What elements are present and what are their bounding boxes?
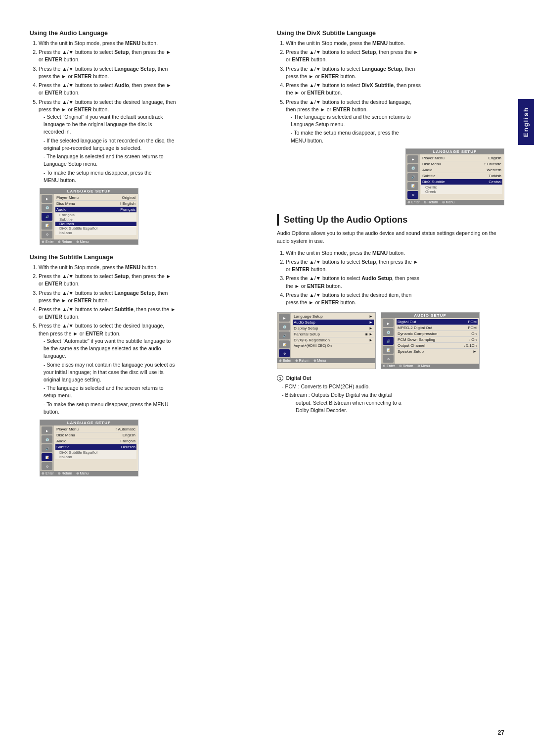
menu-row: Disc Menu↑ English <box>55 201 136 207</box>
list-item: With the unit in Stop mode, press the ME… <box>39 264 257 271</box>
subtitle-language-notes: Select "Automatic" if you want the subti… <box>39 337 257 416</box>
list-item: The language is selected and the screen … <box>44 384 257 399</box>
list-item: Some discs may not contain the language … <box>44 361 257 384</box>
menu-row-highlighted: AudioFrançais <box>55 207 136 213</box>
menu-icon: 💿 <box>279 323 290 331</box>
menu-row: AudioFrançais <box>55 438 136 444</box>
menu-row: MPEG-2 Digital OutPCM <box>397 325 478 331</box>
list-item: The language is selected and the screen … <box>44 153 257 168</box>
menu-icon: 💿 <box>407 164 418 172</box>
menu-body: ▶ 💿 🔊 📝 ⚙ Player Menu↑ Automatic Disc Me… <box>40 425 138 471</box>
menu-icon: ▶ <box>407 155 418 163</box>
menu-row-sub: DivX Subtitle Español <box>55 226 136 231</box>
menu-row: PCM Down Sampling: On <box>397 337 478 343</box>
menu-icon: ▶ <box>279 314 290 322</box>
list-item: To make the setup menu disappear, press … <box>44 401 257 416</box>
menu-icon: 📝 <box>407 182 418 190</box>
list-item: Press the ▲/▼ buttons to select Language… <box>39 289 257 304</box>
menu-body: ▶ 💿 🔊 📝 ⚙ Player MenuEnglish Disc Menu↑ … <box>406 154 504 200</box>
list-item: With the unit in Stop mode, press the ME… <box>286 249 504 257</box>
menu-bottom: ⊕ Enter⊕ Return⊕ Menu <box>406 200 504 205</box>
menu-body: ▶ 💿 🔊 📝 ⚙ Language Setup► Audio Setup► D… <box>277 313 375 358</box>
menu-icon-active: ⚙ <box>407 191 418 199</box>
setup-menu1-screenshot: ▶ 💿 🔊 📝 ⚙ Language Setup► Audio Setup► D… <box>277 312 376 369</box>
list-item: Press the ▲/▼ buttons to select Setup, t… <box>286 258 504 273</box>
menu-icon: ⚙ <box>383 355 394 363</box>
menu-bottom: ⊕ Enter⊕ Return⊕ Menu <box>40 239 138 244</box>
list-item: Press the ▲/▼ buttons to select Setup, t… <box>39 273 257 287</box>
menu-title-bar: AUDIO SETUP <box>381 313 479 318</box>
menu-row: Player Menu↑ Automatic <box>55 426 136 432</box>
subtitle-language-menu-screenshot: LANGUAGE SETUP ▶ 💿 🔊 📝 ⚙ Player Menu↑ Au… <box>40 420 138 476</box>
list-item: Press the ▲/▼ buttons to select Setup, t… <box>39 48 257 63</box>
menu-icon: ▶ <box>42 426 52 434</box>
menu-row: Speaker Setup► <box>397 349 478 354</box>
menu-row-sub-selected: Deutsch <box>55 222 136 226</box>
divx-subtitle-menu-screenshot: LANGUAGE SETUP ▶ 💿 🔊 📝 ⚙ Player MenuEngl… <box>405 148 504 205</box>
menu-row: Language Setup► <box>293 314 374 320</box>
list-item: Press the ▲/▼ buttons to select Audio Se… <box>286 275 504 289</box>
menu-row-sub: Français <box>55 213 136 217</box>
menu-row-highlighted: Digital OutPCM <box>397 319 478 325</box>
menu-rows: Digital OutPCM MPEG-2 Digital OutPCM Dyn… <box>395 318 479 364</box>
digital-out-items: PCM : Converts to PCM(2CH) audio. Bitstr… <box>277 383 504 414</box>
menu-row-sub: Subtitle <box>55 217 136 222</box>
list-item: Press the ▲/▼ buttons to select Setup, t… <box>286 48 504 63</box>
audio-setup-screenshots: ▶ 💿 🔊 📝 ⚙ Language Setup► Audio Setup► D… <box>277 310 504 371</box>
menu-icon-active: ⚙ <box>279 349 290 357</box>
digital-out-label: Digital Out <box>286 376 312 381</box>
audio-language-menu-screenshot: LANGUAGE SETUP ▶ 💿 🔊 📝 ⚙ Player MenuOrig… <box>40 188 138 245</box>
list-item: With the unit in Stop mode, press the ME… <box>39 40 257 47</box>
menu-icon-active: 🔊 <box>383 337 394 345</box>
list-item: The language is selected and the screen … <box>291 113 504 128</box>
menu-icon: 📝 <box>42 222 52 230</box>
list-item: Press the ▲/▼ buttons to select Audio, t… <box>39 82 257 96</box>
audio-language-heading: Using the Audio Language <box>30 30 257 37</box>
menu-icon: 🔊 <box>42 444 52 452</box>
menu-icons: ▶ 💿 🔊 📝 ⚙ <box>406 154 420 200</box>
menu-icon-active: 🔊 <box>42 213 52 221</box>
list-item: Press the ▲/▼ buttons to select the desi… <box>39 98 257 184</box>
menu-row-highlighted: DivX SubtitleCentral <box>421 179 502 185</box>
menu-icon: 📝 <box>383 346 394 354</box>
subtitle-language-steps: With the unit in Stop mode, press the ME… <box>30 264 257 416</box>
menu-icon: 🔊 <box>407 173 418 181</box>
list-item: Press the ▲/▼ buttons to select Language… <box>286 65 504 80</box>
menu-icon: 📝 <box>279 340 290 348</box>
menu-rows: Player MenuEnglish Disc Menu↑ Unicode Au… <box>420 154 504 200</box>
digital-out-header: 1 Digital Out <box>277 375 504 381</box>
divx-subtitle-steps: With the unit in Stop mode, press the ME… <box>277 40 504 144</box>
menu-icon: 💿 <box>383 328 394 336</box>
menu-row: Disc Menu↑ Unicode <box>421 161 502 167</box>
right-column: Using the DivX Subtitle Language With th… <box>277 30 504 480</box>
menu-rows: Player MenuOriginal Disc Menu↑ English A… <box>54 194 138 239</box>
menu-row: Disc MenuEnglish <box>55 432 136 438</box>
menu-row: Dynamic CompressionOn <box>397 331 478 337</box>
digital-out-note: 1 Digital Out PCM : Converts to PCM(2CH)… <box>277 375 504 414</box>
menu-row-highlighted: SubtitleDeutsch <box>55 444 136 450</box>
menu-row: Output Channel: 5.1Ch <box>397 343 478 349</box>
menu-row-highlighted: Audio Setup► <box>293 320 374 326</box>
menu-icons: ▶ 💿 🔊 📝 ⚙ <box>381 318 395 364</box>
list-item: Select "Original" if you want the defaul… <box>44 113 257 136</box>
list-item: To make the setup menu disappear, press … <box>44 169 257 184</box>
menu-bottom: ⊕ Enter⊕ Return⊕ Menu <box>40 471 138 476</box>
menu-icon: 💿 <box>42 204 52 212</box>
menu-icon: 💿 <box>42 435 52 443</box>
menu-row: Anynet+(HDMI-CEC) On <box>293 343 374 348</box>
menu-bottom: ⊕ Enter⊕ Return⊕ Menu <box>381 364 479 369</box>
menu-row: SubtitleTurkish <box>421 173 502 179</box>
audio-language-notes: Select "Original" if you want the defaul… <box>39 113 257 184</box>
menu-row-sub: DivX Subtitle Español <box>55 450 136 455</box>
list-item: Press the ▲/▼ buttons to select the desi… <box>286 291 504 306</box>
audio-options-section-header: Setting Up the Audio Options <box>277 214 504 226</box>
subtitle-language-heading: Using the Subtitle Language <box>30 254 257 261</box>
menu-rows: Player Menu↑ Automatic Disc MenuEnglish … <box>54 425 138 471</box>
audio-options-heading: Setting Up the Audio Options <box>284 214 504 226</box>
menu-row: Player MenuEnglish <box>421 155 502 161</box>
menu-icon: ▶ <box>383 319 394 327</box>
list-item: Bitstream : Outputs Dolby Digital via th… <box>282 391 504 414</box>
language-tab: English <box>518 99 534 145</box>
circle-number: 1 <box>277 375 283 381</box>
menu-row-sub: Italiano <box>55 231 136 235</box>
